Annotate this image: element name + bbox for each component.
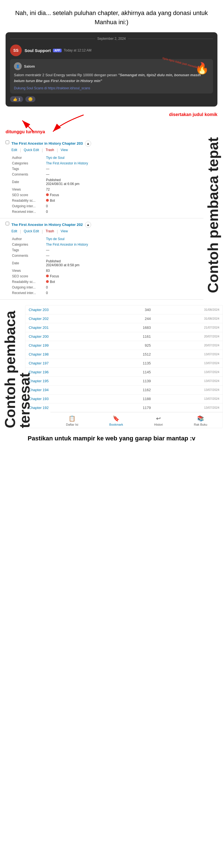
chapter-title-7[interactable]: Chapter 196 [25, 368, 108, 376]
post-2-title-link[interactable]: The First Ancestor in History Chapter 20… [11, 223, 83, 227]
chapter-title-8[interactable]: Chapter 195 [25, 376, 108, 385]
views-label: Views [12, 187, 46, 192]
post-1-trash[interactable]: Trash [46, 148, 54, 152]
chapter-date-10: 13/07/2024 [154, 394, 223, 403]
meta-tags-row-2: Tags — [12, 248, 197, 253]
chapter-row-0[interactable]: Chapter 203 340 31/08/2024 [25, 306, 223, 314]
post-2-quick-edit[interactable]: Quick Edit [24, 229, 39, 234]
chapter-views-3: 1161 [108, 332, 154, 341]
chapter-date-8: 13/07/2024 [154, 376, 223, 385]
nav-daftar-isi[interactable]: 📋 Daftar Isi [66, 415, 78, 426]
chapter-views-6: 1135 [108, 359, 154, 368]
chapter-title-11[interactable]: Chapter 192 [25, 403, 108, 412]
post-2-trash[interactable]: Trash [46, 229, 54, 234]
chapter-row-11[interactable]: Chapter 192 1179 13/07/2024 [25, 403, 223, 412]
meta-seo-row: SEO score Focus [12, 192, 197, 197]
meta-author-row: Author Tiyo de Soul [12, 155, 197, 160]
chapter-title-1[interactable]: Chapter 202 [25, 314, 108, 323]
chapter-title-6[interactable]: Chapter 197 [25, 359, 108, 368]
meta-views-row-2: Views 83 [12, 268, 197, 273]
chapter-row-7[interactable]: Chapter 196 1145 13/07/2024 [25, 368, 223, 376]
chapter-title-2[interactable]: Chapter 201 [25, 323, 108, 332]
discord-channel-name: Soul Support [25, 48, 51, 53]
chapter-table-wrapper: Chapter 203 340 31/08/2024 Chapter 202 2… [25, 305, 223, 428]
chapter-views-5: 1512 [108, 350, 154, 359]
post-1-edit[interactable]: Edit [11, 148, 17, 152]
msg-body-1: Salom mentraktir 2 Soul Energy senilai R… [14, 73, 117, 77]
post-2-author-link[interactable]: Tiyo de Soul [46, 237, 64, 241]
chapter-title-5[interactable]: Chapter 198 [25, 350, 108, 359]
chapter-title-3[interactable]: Chapter 200 [25, 332, 108, 341]
rak-buku-label: Rak Buku [194, 423, 207, 426]
outgoing-label: Outgoing inter... [12, 204, 46, 209]
chapter-title-0[interactable]: Chapter 203 [25, 306, 108, 314]
post-2-readability: Bot [46, 279, 197, 284]
post-2-tags: — [46, 248, 197, 253]
chapter-row-3[interactable]: Chapter 200 1161 20/07/2024 [25, 332, 223, 341]
chapter-title-9[interactable]: Chapter 194 [25, 385, 108, 394]
chapter-row-2[interactable]: Chapter 201 1683 21/07/2024 [25, 323, 223, 332]
chapter-row-5[interactable]: Chapter 198 1512 13/07/2024 [25, 350, 223, 359]
received-label: Received inter... [12, 209, 46, 214]
reaction-smiley[interactable]: 😊 [25, 96, 35, 102]
post-2-received: 0 [46, 290, 197, 296]
discord-message-text: Salom mentraktir 2 Soul Energy senilai R… [14, 72, 209, 84]
chapter-row-1[interactable]: Chapter 202 244 31/08/2024 [25, 314, 223, 323]
post-1-title-link[interactable]: The First Ancestor in History Chapter 20… [11, 141, 83, 146]
post-2-arrow[interactable]: ▲ [85, 222, 91, 228]
chapter-date-3: 20/07/2024 [154, 332, 223, 341]
chapter-date-5: 13/07/2024 [154, 350, 223, 359]
chapter-row-4[interactable]: Chapter 199 925 20/07/2024 [25, 341, 223, 350]
nav-rak-buku[interactable]: 📚 Rak Buku [194, 415, 207, 426]
post-1-quick-edit[interactable]: Quick Edit [24, 148, 39, 152]
post-2-checkbox[interactable] [6, 222, 9, 225]
post-1-outgoing: 0 [46, 204, 197, 209]
post-1-view[interactable]: View [61, 148, 68, 152]
date-label: Date [12, 178, 46, 186]
nav-bookmark[interactable]: 🔖 Bookmark [109, 415, 123, 426]
chapter-views-4: 925 [108, 341, 154, 350]
meta-received-row-2: Received inter... 0 [12, 290, 197, 296]
chapter-date-6: 13/07/2024 [154, 359, 223, 368]
discord-avatar: SS [10, 44, 22, 56]
post-2-actions: Edit | Quick Edit | Trash | View [11, 229, 198, 234]
reaction-thumbs-up[interactable]: 👍 1 [10, 96, 23, 102]
chapter-title-4[interactable]: Chapter 199 [25, 341, 108, 350]
comments-label: Comments [12, 172, 46, 177]
chapter-views-2: 1683 [108, 323, 154, 332]
annotation-left-text: ditunggu turunnya [6, 129, 45, 134]
chapter-row-6[interactable]: Chapter 197 1135 13/07/2024 [25, 359, 223, 368]
nav-histori[interactable]: ↩ Histori [154, 415, 163, 426]
meta-readability-row: Readability sc... Bot [12, 198, 197, 203]
discord-support-link[interactable]: Dukung Soul Scans di https://trakteer.id… [14, 86, 209, 90]
seo-label-2: SEO score [12, 274, 46, 279]
chapter-views-10: 1188 [108, 394, 154, 403]
reaction-count: 1 [19, 97, 20, 101]
post-1-author-link[interactable]: Tiyo de Soul [46, 156, 64, 160]
meta-comments-row: Comments — [12, 172, 197, 177]
chapter-row-10[interactable]: Chapter 193 1188 13/07/2024 [25, 394, 223, 403]
wp-posts-list: The First Ancestor in History Chapter 20… [0, 137, 203, 300]
post-1-categories-link[interactable]: The First Ancestor in History [46, 161, 88, 165]
readability-label-2: Readability sc... [12, 279, 46, 284]
wp-post-item-2: The First Ancestor in History Chapter 20… [0, 218, 203, 300]
histori-icon: ↩ [156, 415, 161, 422]
meta-tags-row: Tags — [12, 166, 197, 172]
post-1-comments: — [46, 172, 197, 177]
post-1-checkbox[interactable] [6, 141, 9, 144]
author-label: Author [12, 155, 46, 160]
author-label-2: Author [12, 237, 46, 242]
chapter-title-10[interactable]: Chapter 193 [25, 394, 108, 403]
meta-seo-row-2: SEO score Focus [12, 274, 197, 279]
post-2-view[interactable]: View [61, 229, 68, 234]
post-2-categories-link[interactable]: The First Ancestor in History [46, 243, 88, 247]
post-2-edit[interactable]: Edit [11, 229, 17, 234]
post-2-date: Published 2024/08/30 at 8:58 pm [46, 259, 197, 268]
post-1-date: Published 2024/08/31 at 6:06 pm [46, 178, 197, 186]
post-2-seo: Focus [46, 274, 197, 279]
wp-post-header-2: The First Ancestor in History Chapter 20… [6, 222, 198, 296]
chapter-row-8[interactable]: Chapter 195 1139 13/07/2024 [25, 376, 223, 385]
post-1-arrow[interactable]: ▲ [85, 141, 91, 147]
wp-posts-section: Contoh pembaca tepat The First Ancestor … [0, 137, 223, 300]
chapter-row-9[interactable]: Chapter 194 1162 13/07/2024 [25, 385, 223, 394]
